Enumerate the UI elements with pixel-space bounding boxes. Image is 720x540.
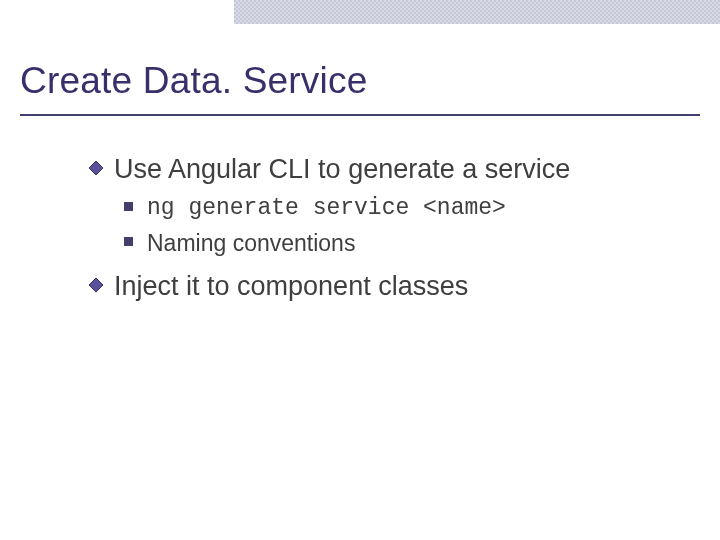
slide: Create Data. Service Use Angular CLI to … [0,0,720,540]
bullet-level1: Inject it to component classes [88,269,688,304]
sub-bullet-text: Naming conventions [147,228,355,259]
square-bullet-icon [124,237,133,246]
diamond-bullet-icon [88,277,104,297]
bullet-text: Inject it to component classes [114,269,468,304]
svg-marker-0 [89,161,103,175]
svg-marker-1 [89,278,103,292]
bullet-level2: Naming conventions [124,228,688,259]
top-decorative-bar [234,0,720,24]
bullet-text: Use Angular CLI to generate a service [114,152,570,187]
diamond-bullet-icon [88,160,104,180]
bullet-level1: Use Angular CLI to generate a service [88,152,688,187]
title-underline [20,114,700,116]
sub-bullet-text-code: ng generate service <name> [147,193,506,224]
slide-title: Create Data. Service [20,60,367,102]
bullet-level2: ng generate service <name> [124,193,688,224]
content-area: Use Angular CLI to generate a service ng… [88,152,688,310]
square-bullet-icon [124,202,133,211]
